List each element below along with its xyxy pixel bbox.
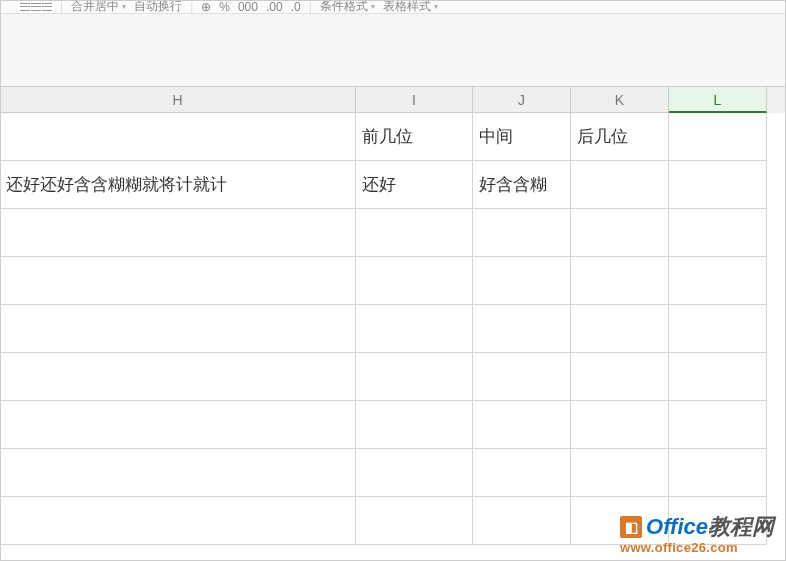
cell[interactable] [356, 449, 473, 497]
cell[interactable] [669, 353, 767, 401]
table-row [0, 353, 786, 401]
watermark-brand1: Office [646, 514, 708, 539]
col-header-J[interactable]: J [473, 87, 571, 113]
conditional-format-button[interactable]: 条件格式▾ [320, 0, 375, 14]
cell[interactable]: 还好还好含含糊糊就将计就计 [0, 161, 356, 209]
cell[interactable] [0, 497, 356, 545]
table-row [0, 401, 786, 449]
table-row [0, 305, 786, 353]
decimal-inc-button[interactable]: .00 [266, 0, 283, 14]
cell[interactable]: 后几位 [571, 113, 669, 161]
table-row: 前几位 中间 后几位 [0, 113, 786, 161]
cell[interactable]: 前几位 [356, 113, 473, 161]
cell[interactable] [669, 209, 767, 257]
cell[interactable] [0, 353, 356, 401]
table-row [0, 257, 786, 305]
cell[interactable] [0, 401, 356, 449]
thousands-button[interactable]: 000 [238, 0, 258, 14]
formula-bar-area [0, 14, 786, 87]
cell[interactable]: 中间 [473, 113, 571, 161]
cell[interactable]: 还好 [356, 161, 473, 209]
cell[interactable] [571, 209, 669, 257]
cell[interactable] [669, 257, 767, 305]
cell[interactable] [0, 449, 356, 497]
table-style-button[interactable]: 表格样式▾ [383, 0, 438, 14]
table-row [0, 449, 786, 497]
cell[interactable] [473, 497, 571, 545]
table-row [0, 209, 786, 257]
cell[interactable] [356, 401, 473, 449]
col-header-H[interactable]: H [0, 87, 356, 113]
cell[interactable] [473, 401, 571, 449]
cell[interactable] [571, 257, 669, 305]
percent-button[interactable]: % [219, 0, 230, 14]
col-header-L[interactable]: L [669, 87, 767, 113]
cell[interactable] [473, 449, 571, 497]
watermark-url: www.office26.com [620, 540, 774, 555]
col-header-I[interactable]: I [356, 87, 473, 113]
cell[interactable] [0, 305, 356, 353]
table-row: 还好还好含含糊糊就将计就计 还好 好含含糊 [0, 161, 786, 209]
cell[interactable] [669, 305, 767, 353]
decimal-dec-button[interactable]: .0 [291, 0, 301, 14]
cell[interactable] [571, 401, 669, 449]
watermark: ◧ Office教程网 www.office26.com [620, 512, 774, 555]
cell[interactable] [356, 305, 473, 353]
cell[interactable] [669, 401, 767, 449]
cell[interactable] [473, 209, 571, 257]
column-headers: H I J K L [0, 87, 786, 113]
cell[interactable] [669, 113, 767, 161]
cell[interactable] [356, 497, 473, 545]
cell[interactable]: 好含含糊 [473, 161, 571, 209]
cell[interactable] [571, 161, 669, 209]
col-header-K[interactable]: K [571, 87, 669, 113]
watermark-brand2: 教程网 [708, 514, 774, 539]
cell[interactable] [356, 209, 473, 257]
align-icons[interactable] [20, 3, 52, 11]
ribbon-toolbar: | 合并居中▾ 自动换行 | ⊕ % 000 .00 .0 | 条件格式▾ 表格… [0, 0, 786, 14]
cell[interactable] [356, 353, 473, 401]
cell[interactable] [473, 305, 571, 353]
cell[interactable] [669, 161, 767, 209]
auto-wrap-button[interactable]: 自动换行 [134, 0, 182, 14]
office-logo-icon: ◧ [620, 516, 642, 538]
cell[interactable] [571, 305, 669, 353]
cell[interactable] [0, 209, 356, 257]
cell[interactable] [473, 257, 571, 305]
cell[interactable] [473, 353, 571, 401]
number-format-icon[interactable]: ⊕ [201, 0, 211, 14]
cell[interactable] [571, 449, 669, 497]
cell[interactable] [669, 449, 767, 497]
cell[interactable] [571, 353, 669, 401]
spreadsheet-grid[interactable]: H I J K L 前几位 中间 后几位 还好还好含含糊糊就将计就计 还好 好含… [0, 87, 786, 545]
merge-center-button[interactable]: 合并居中▾ [71, 0, 126, 14]
cell[interactable] [356, 257, 473, 305]
cell[interactable] [0, 113, 356, 161]
cell[interactable] [0, 257, 356, 305]
